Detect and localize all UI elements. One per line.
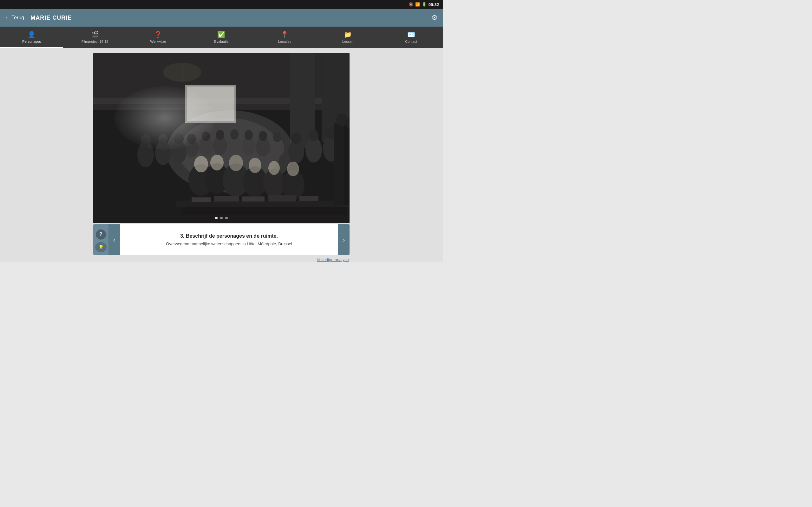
tab-personages-label: Personages bbox=[22, 40, 41, 43]
wifi-icon: 📶 bbox=[415, 2, 420, 7]
tab-contact-label: Contact bbox=[405, 40, 417, 43]
tab-locaties-label: Locaties bbox=[278, 40, 291, 43]
battery-icon: 🔋 bbox=[422, 2, 426, 7]
svg-rect-52 bbox=[214, 196, 239, 202]
svg-point-28 bbox=[309, 130, 318, 141]
tab-werkwijze-label: Werkwijze bbox=[150, 40, 166, 43]
info-text-area: 3. Beschrijf de personages en de ruimte.… bbox=[120, 224, 338, 255]
info-panel: ? 💡 ‹ 3. Beschrijf de personages en de r… bbox=[93, 224, 350, 255]
next-arrow-icon: › bbox=[343, 236, 345, 243]
check-circle-icon: ✅ bbox=[217, 31, 225, 38]
carousel-dot-3[interactable] bbox=[225, 217, 228, 219]
svg-point-26 bbox=[292, 132, 301, 144]
tab-evaluatie[interactable]: ✅ Evaluatie bbox=[190, 26, 253, 48]
tab-werkwijze[interactable]: ❓ Werkwijze bbox=[126, 26, 190, 48]
status-icons: 🔇 📶 🔋 09:32 bbox=[409, 2, 439, 7]
carousel-dots bbox=[215, 217, 228, 219]
mail-icon: ✉️ bbox=[407, 31, 415, 38]
svg-point-22 bbox=[259, 131, 267, 141]
tab-evaluatie-label: Evaluatie bbox=[214, 40, 229, 43]
side-icons: ? 💡 bbox=[93, 224, 108, 255]
next-button[interactable]: › bbox=[338, 224, 350, 255]
carousel-dot-1[interactable] bbox=[215, 217, 217, 219]
folder-icon: 📁 bbox=[344, 31, 352, 38]
svg-point-44 bbox=[249, 158, 261, 173]
nav-tabs: 👤 Personages 🎬 Filmproject 14-18 ❓ Werkw… bbox=[0, 26, 443, 48]
info-description: Overwegend mannelijke wetenschappers in … bbox=[166, 241, 292, 246]
svg-point-48 bbox=[287, 162, 299, 176]
clock: 09:32 bbox=[428, 2, 439, 7]
analyse-link[interactable]: Volledige analyse bbox=[317, 257, 349, 262]
svg-point-18 bbox=[230, 129, 239, 139]
status-bar: 🔇 📶 🔋 09:32 bbox=[0, 0, 443, 9]
analyse-link-container: Volledige analyse bbox=[93, 257, 350, 262]
svg-point-38 bbox=[194, 156, 208, 172]
svg-point-46 bbox=[268, 161, 280, 175]
tab-locaties[interactable]: 📍 Locaties bbox=[253, 26, 316, 48]
tab-filmproject[interactable]: 🎬 Filmproject 14-18 bbox=[63, 26, 126, 48]
tab-lessen[interactable]: 📁 Lessen bbox=[316, 26, 379, 48]
svg-point-16 bbox=[216, 130, 224, 140]
prev-arrow-icon: ‹ bbox=[113, 236, 115, 243]
svg-point-20 bbox=[245, 130, 253, 140]
bulb-icon: 💡 bbox=[98, 245, 104, 250]
prev-button[interactable]: ‹ bbox=[108, 224, 120, 255]
photo-spotlight bbox=[114, 86, 216, 150]
settings-button[interactable]: ⚙ bbox=[432, 14, 438, 22]
svg-point-57 bbox=[336, 113, 348, 126]
tab-contact[interactable]: ✉️ Contact bbox=[380, 26, 443, 48]
svg-point-42 bbox=[229, 155, 243, 171]
svg-point-40 bbox=[210, 155, 223, 170]
photo-background bbox=[93, 53, 350, 223]
title-left: ← Terug MARIE CURIE bbox=[5, 14, 72, 21]
info-title: 3. Beschrijf de personages en de ruimte. bbox=[180, 233, 278, 239]
question-circle-icon: ❓ bbox=[154, 31, 162, 38]
svg-rect-55 bbox=[299, 196, 318, 201]
tab-personages[interactable]: 👤 Personages bbox=[0, 26, 63, 48]
svg-rect-51 bbox=[192, 198, 211, 202]
location-icon: 📍 bbox=[281, 31, 289, 38]
title-bar: ← Terug MARIE CURIE ⚙ bbox=[0, 9, 443, 26]
mute-icon: 🔇 bbox=[409, 2, 413, 7]
question-icon: ? bbox=[96, 229, 106, 239]
film-icon: 🎬 bbox=[91, 31, 99, 38]
svg-rect-58 bbox=[344, 126, 350, 205]
tab-filmproject-label: Filmproject 14-18 bbox=[82, 40, 108, 43]
historical-photo[interactable] bbox=[93, 53, 350, 223]
svg-rect-53 bbox=[242, 196, 264, 202]
svg-rect-54 bbox=[268, 195, 296, 202]
carousel-dot-2[interactable] bbox=[220, 217, 223, 219]
back-button[interactable]: ← Terug bbox=[5, 15, 24, 20]
page-title: MARIE CURIE bbox=[31, 14, 72, 21]
main-content: ? 💡 ‹ 3. Beschrijf de personages en de r… bbox=[0, 48, 443, 262]
bulb-button[interactable]: 💡 bbox=[95, 242, 107, 252]
tab-lessen-label: Lessen bbox=[342, 40, 353, 43]
question-button[interactable]: ? bbox=[93, 227, 108, 242]
person-icon: 👤 bbox=[28, 31, 36, 38]
svg-point-24 bbox=[273, 132, 281, 142]
